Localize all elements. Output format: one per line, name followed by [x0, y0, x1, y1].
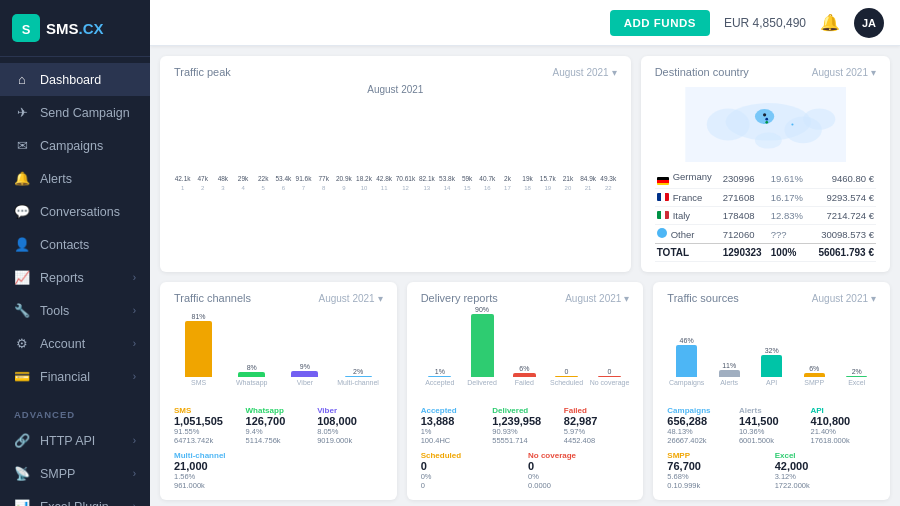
small-bar-pct-label: 9%	[300, 363, 310, 370]
small-bar	[676, 345, 697, 377]
small-bar	[804, 373, 825, 377]
bar-group: 20.9k 9	[335, 175, 352, 191]
country-flag: France	[655, 189, 721, 207]
stat-item: Multi-channel 21,000 1.56% 961.000k	[174, 451, 383, 490]
country-flag: Germany	[655, 168, 721, 189]
stat-item: SMS 1,051,505 91.55% 64713.742k	[174, 406, 240, 445]
sidebar: S SMS.CX ⌂ Dashboard ✈ Send Campaign ✉ C…	[0, 0, 150, 506]
small-bar-pct-label: 11%	[722, 362, 736, 369]
country-count: 271608	[721, 189, 769, 207]
bar-group: 53.8k 14	[438, 175, 455, 191]
traffic-channels-header: Traffic channels August 2021 ▾	[174, 292, 383, 304]
small-bar-label: Delivered	[467, 379, 497, 386]
bar-value-label: 42.8k	[376, 175, 392, 182]
tools-icon: 🔧	[14, 303, 30, 318]
stat-label: No coverage	[528, 451, 629, 460]
stat-sub1: 1%	[421, 427, 487, 436]
small-bar-group: 9% Viber	[280, 363, 329, 386]
bar-value-label: 84.9k	[580, 175, 596, 182]
stat-item: Campaigns 656,288 48.13% 26667.402k	[667, 406, 733, 445]
sidebar-item-financial[interactable]: 💳 Financial ›	[0, 360, 150, 393]
stat-sub1: 91.55%	[174, 427, 240, 436]
stat-value: 126,700	[246, 415, 312, 427]
stat-label: Accepted	[421, 406, 487, 415]
bar-date-label: 13	[423, 185, 430, 191]
notifications-bell-icon[interactable]: 🔔	[820, 13, 840, 32]
stat-sub1: 3.12%	[775, 472, 876, 481]
bar-group: 42.1k 1	[174, 175, 191, 191]
sidebar-item-campaigns[interactable]: ✉ Campaigns	[0, 129, 150, 162]
small-bar	[719, 370, 740, 378]
stat-label: Excel	[775, 451, 876, 460]
sidebar-item-send-campaign[interactable]: ✈ Send Campaign	[0, 96, 150, 129]
small-bar-pct-label: 6%	[809, 365, 819, 372]
bar-value-label: 70.61k	[396, 175, 416, 182]
bar-value-label: 53.8k	[439, 175, 455, 182]
small-bar-pct-label: 0	[565, 368, 569, 375]
bar-date-label: 15	[464, 185, 471, 191]
sidebar-item-tools[interactable]: 🔧 Tools ›	[0, 294, 150, 327]
small-bar-label: No coverage	[590, 379, 630, 386]
sidebar-item-account[interactable]: ⚙ Account ›	[0, 327, 150, 360]
svg-point-12	[791, 123, 793, 125]
http-api-icon: 🔗	[14, 433, 30, 448]
sidebar-item-contacts[interactable]: 👤 Contacts	[0, 228, 150, 261]
small-bar	[291, 371, 318, 377]
balance-display: EUR 4,850,490	[724, 16, 806, 30]
traffic-peak-header: Traffic peak August 2021 ▾	[174, 66, 617, 78]
stat-value: 1,051,505	[174, 415, 240, 427]
stat-sub2: 1722.000k	[775, 481, 876, 490]
stat-sub2: 5114.756k	[246, 436, 312, 445]
bottom-row: Traffic channels August 2021 ▾ 81% SMS 8…	[160, 282, 890, 500]
bar-value-label: 47k	[197, 175, 207, 182]
total-amount: 56061.793 €	[809, 244, 876, 262]
add-funds-button[interactable]: ADD FUNDS	[610, 10, 710, 36]
sidebar-item-alerts[interactable]: 🔔 Alerts	[0, 162, 150, 195]
bar-date-label: 9	[342, 185, 345, 191]
traffic-channels-card: Traffic channels August 2021 ▾ 81% SMS 8…	[160, 282, 397, 500]
smpp-icon: 📡	[14, 466, 30, 481]
stat-label: SMPP	[667, 451, 768, 460]
world-map	[655, 84, 876, 164]
small-bar-label: SMS	[191, 379, 206, 386]
small-bar-group: 46% Campaigns	[667, 337, 706, 386]
bar-group: 84.9k 21	[580, 175, 597, 191]
sidebar-item-dashboard[interactable]: ⌂ Dashboard	[0, 63, 150, 96]
stat-sub2: 0.0000	[528, 481, 629, 490]
traffic-sources-title: Traffic sources	[667, 292, 739, 304]
sidebar-item-reports[interactable]: 📈 Reports ›	[0, 261, 150, 294]
small-bar-group: 8% Whatsapp	[227, 364, 276, 387]
small-bar-group: 2% Excel	[837, 368, 876, 386]
sidebar-advanced: 🔗 HTTP API ›📡 SMPP ›📊 Excel Plugin ›	[0, 424, 150, 506]
small-bar-pct-label: 2%	[353, 368, 363, 375]
traffic-channels-period[interactable]: August 2021 ▾	[319, 293, 383, 304]
country-amount: 30098.573 €	[809, 225, 876, 244]
country-flag: Other	[655, 225, 721, 244]
sidebar-item-http-api[interactable]: 🔗 HTTP API ›	[0, 424, 150, 457]
total-pct: 100%	[769, 244, 810, 262]
sidebar-item-excel-plugin[interactable]: 📊 Excel Plugin ›	[0, 490, 150, 506]
stat-value: 0	[528, 460, 629, 472]
traffic-peak-chart-container: 42.1k 1 47k 2 48k 3 29k 4 22k 5 53.4k 6 …	[174, 99, 617, 209]
country-row: Germany 230996 19.61% 9460.80 €	[655, 168, 876, 189]
traffic-sources-period[interactable]: August 2021 ▾	[812, 293, 876, 304]
bar-value-label: 49.3k	[600, 175, 616, 182]
sidebar-item-smpp[interactable]: 📡 SMPP ›	[0, 457, 150, 490]
traffic-channels-chart: 81% SMS 8% Whatsapp 9% Viber 2% Multi-ch…	[174, 310, 383, 400]
stat-item: Excel 42,000 3.12% 1722.000k	[775, 451, 876, 490]
small-bar-group: 11% Alerts	[710, 362, 749, 387]
traffic-peak-period[interactable]: August 2021 ▾	[553, 67, 617, 78]
bar-value-label: 18.2k	[356, 175, 372, 182]
destination-country-period[interactable]: August 2021 ▾	[812, 67, 876, 78]
delivery-reports-period[interactable]: August 2021 ▾	[565, 293, 629, 304]
bar-group: 77k 8	[315, 175, 332, 191]
expand-arrow-icon: ›	[133, 338, 136, 349]
user-avatar[interactable]: JA	[854, 8, 884, 38]
small-bar-group: 90% Delivered	[463, 306, 501, 386]
bar-group: 29k 4	[234, 175, 251, 191]
small-bar-group: 1% Accepted	[421, 368, 459, 386]
small-bar	[345, 376, 372, 377]
stat-sub1: 5.68%	[667, 472, 768, 481]
country-amount: 9460.80 €	[809, 168, 876, 189]
sidebar-item-conversations[interactable]: 💬 Conversations	[0, 195, 150, 228]
